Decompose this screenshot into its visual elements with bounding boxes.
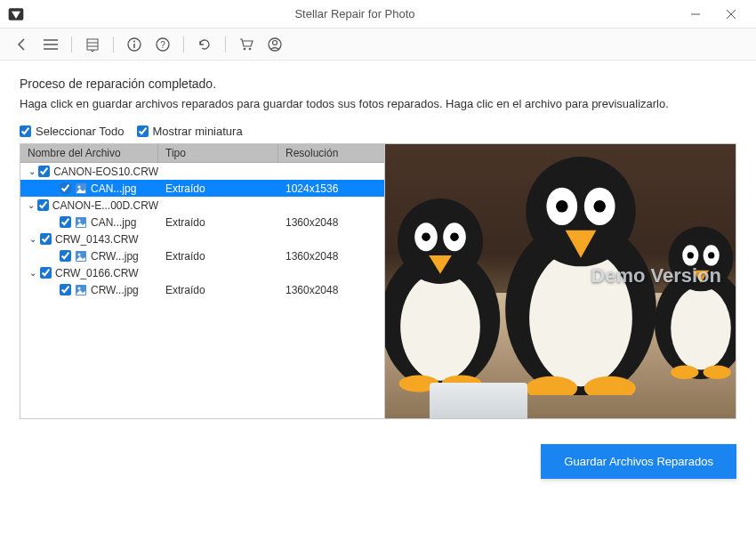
close-button[interactable]	[713, 0, 749, 28]
file-name: CAN...jpg	[91, 182, 136, 195]
row-checkbox[interactable]	[40, 267, 52, 279]
info-icon[interactable]	[123, 33, 146, 56]
column-resolution[interactable]: Resolución	[278, 144, 384, 162]
column-filename[interactable]: Nombre del Archivo	[20, 144, 158, 162]
file-type: Extraído	[158, 250, 278, 263]
content-area: Proceso de reparación completado. Haga c…	[0, 61, 756, 430]
tree-parent-row[interactable]: ⌄CANON-EOS10.CRW	[20, 163, 384, 180]
row-checkbox[interactable]	[37, 199, 49, 211]
show-thumbnail-checkbox[interactable]: Mostrar miniatura	[137, 125, 243, 138]
tree-parent-row[interactable]: ⌄CRW_0166.CRW	[20, 264, 384, 281]
watermark-text: Demo Version	[591, 264, 721, 287]
svg-point-49	[688, 252, 694, 258]
tree-child-row[interactable]: CAN...jpgExtraído1360x2048	[20, 214, 384, 231]
show-thumbnail-input[interactable]	[137, 125, 149, 137]
preview-image: Demo Version	[385, 144, 736, 418]
help-icon[interactable]: ?	[151, 33, 174, 56]
select-all-checkbox[interactable]: Seleccionar Todo	[20, 125, 125, 138]
file-type: Extraído	[158, 216, 278, 229]
image-file-icon	[75, 250, 87, 263]
row-checkbox[interactable]	[60, 284, 71, 295]
minimize-button[interactable]	[678, 0, 713, 28]
tree-parent-row[interactable]: ⌄CANON-E...00D.CRW	[20, 197, 384, 214]
back-icon[interactable]	[11, 33, 34, 56]
separator	[71, 36, 72, 53]
tree-child-row[interactable]: CRW...jpgExtraído1360x2048	[20, 281, 384, 298]
app-icon	[7, 5, 25, 23]
show-thumbnail-label: Mostrar miniatura	[153, 125, 243, 138]
file-resolution: 1024x1536	[278, 182, 384, 195]
chevron-down-icon[interactable]: ⌄	[28, 268, 38, 278]
svg-point-42	[593, 200, 606, 213]
select-all-label: Seleccionar Todo	[36, 125, 125, 138]
svg-point-24	[78, 253, 81, 255]
separator	[183, 36, 184, 53]
list-icon[interactable]	[81, 33, 104, 56]
select-all-input[interactable]	[20, 125, 31, 137]
file-name: CRW_0143.CRW	[55, 233, 139, 246]
menu-icon[interactable]	[39, 33, 62, 56]
split-pane: Nombre del Archivo Tipo Resolución ⌄CANO…	[20, 143, 736, 419]
page-subheading: Haga click en guardar archivos reparados…	[20, 96, 713, 112]
preview-object	[643, 214, 736, 383]
chevron-down-icon[interactable]: ⌄	[28, 234, 38, 244]
svg-point-52	[671, 366, 698, 380]
cart-icon[interactable]	[235, 33, 258, 56]
titlebar: Stellar Repair for Photo	[0, 0, 756, 28]
svg-point-46	[671, 287, 731, 370]
file-tree[interactable]: ⌄CANON-EOS10.CRWCAN...jpgExtraído1024x15…	[20, 163, 384, 418]
svg-point-11	[133, 40, 135, 42]
svg-point-18	[273, 40, 277, 44]
row-checkbox[interactable]	[40, 233, 52, 245]
separator	[225, 36, 226, 53]
separator	[113, 36, 114, 53]
preview-panel: Demo Version	[385, 144, 736, 418]
svg-point-20	[78, 185, 81, 188]
svg-point-22	[78, 219, 81, 222]
footer: Guardar Archivos Reparados	[0, 430, 756, 493]
tree-child-row[interactable]: CRW...jpgExtraído1360x2048	[20, 247, 384, 264]
file-name: CRW...jpg	[91, 284, 139, 296]
preview-object	[430, 383, 527, 418]
file-name: CAN...jpg	[91, 216, 136, 229]
row-checkbox[interactable]	[60, 216, 71, 228]
tree-parent-row[interactable]: ⌄CRW_0143.CRW	[20, 231, 384, 247]
chevron-down-icon[interactable]: ⌄	[28, 200, 36, 210]
options-row: Seleccionar Todo Mostrar miniatura	[20, 125, 736, 138]
row-checkbox[interactable]	[60, 250, 71, 262]
page-heading: Proceso de reparación completado.	[20, 77, 736, 91]
svg-point-28	[400, 272, 480, 381]
image-file-icon	[75, 182, 87, 195]
image-file-icon	[75, 284, 87, 296]
file-name: CANON-E...00D.CRW	[52, 199, 158, 212]
save-repaired-files-button[interactable]: Guardar Archivos Reparados	[541, 444, 736, 479]
svg-point-33	[450, 233, 459, 242]
user-icon[interactable]	[263, 33, 286, 56]
file-name: CANON-EOS10.CRW	[53, 166, 158, 178]
svg-point-53	[704, 366, 731, 380]
file-name: CRW...jpg	[91, 250, 139, 263]
toolbar: ?	[0, 28, 756, 61]
column-type[interactable]: Tipo	[158, 144, 278, 162]
chevron-down-icon[interactable]: ⌄	[28, 166, 36, 176]
file-resolution: 1360x2048	[278, 250, 384, 263]
svg-point-15	[244, 47, 246, 50]
file-resolution: 1360x2048	[278, 216, 384, 229]
file-tree-panel: Nombre del Archivo Tipo Resolución ⌄CANO…	[20, 144, 385, 418]
file-type: Extraído	[158, 284, 278, 296]
row-checkbox[interactable]	[60, 182, 71, 194]
tree-child-row[interactable]: CAN...jpgExtraído1024x1536	[20, 180, 384, 197]
svg-point-51	[708, 252, 714, 258]
file-name: CRW_0166.CRW	[55, 267, 139, 279]
file-resolution: 1360x2048	[278, 284, 384, 296]
svg-text:?: ?	[160, 40, 165, 50]
row-checkbox[interactable]	[38, 166, 50, 177]
svg-point-31	[422, 233, 430, 242]
file-type: Extraído	[158, 182, 278, 195]
window-title: Stellar Repair for Photo	[32, 7, 678, 20]
svg-point-26	[78, 287, 81, 289]
svg-point-40	[556, 200, 568, 213]
image-file-icon	[75, 216, 87, 229]
column-headers: Nombre del Archivo Tipo Resolución	[20, 144, 384, 163]
refresh-icon[interactable]	[193, 33, 216, 56]
